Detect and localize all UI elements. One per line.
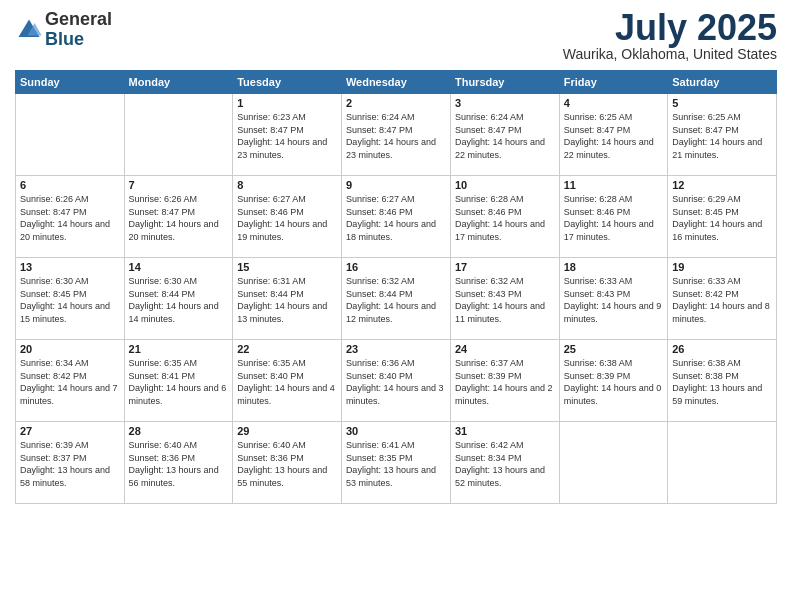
day-info: Sunrise: 6:26 AM Sunset: 8:47 PM Dayligh…: [20, 193, 120, 243]
calendar-cell: 7Sunrise: 6:26 AM Sunset: 8:47 PM Daylig…: [124, 176, 233, 258]
day-number: 23: [346, 343, 446, 355]
calendar-cell: 15Sunrise: 6:31 AM Sunset: 8:44 PM Dayli…: [233, 258, 342, 340]
col-thursday: Thursday: [450, 71, 559, 94]
day-number: 17: [455, 261, 555, 273]
day-info: Sunrise: 6:25 AM Sunset: 8:47 PM Dayligh…: [564, 111, 663, 161]
day-info: Sunrise: 6:27 AM Sunset: 8:46 PM Dayligh…: [346, 193, 446, 243]
col-monday: Monday: [124, 71, 233, 94]
day-number: 22: [237, 343, 337, 355]
day-info: Sunrise: 6:42 AM Sunset: 8:34 PM Dayligh…: [455, 439, 555, 489]
calendar-cell: 4Sunrise: 6:25 AM Sunset: 8:47 PM Daylig…: [559, 94, 667, 176]
calendar-page: General Blue July 2025 Waurika, Oklahoma…: [0, 0, 792, 612]
calendar-cell: [16, 94, 125, 176]
col-sunday: Sunday: [16, 71, 125, 94]
col-friday: Friday: [559, 71, 667, 94]
day-number: 2: [346, 97, 446, 109]
day-number: 29: [237, 425, 337, 437]
day-number: 7: [129, 179, 229, 191]
day-number: 24: [455, 343, 555, 355]
logo-icon: [15, 16, 43, 44]
day-info: Sunrise: 6:34 AM Sunset: 8:42 PM Dayligh…: [20, 357, 120, 407]
calendar-week-4: 20Sunrise: 6:34 AM Sunset: 8:42 PM Dayli…: [16, 340, 777, 422]
calendar-cell: 23Sunrise: 6:36 AM Sunset: 8:40 PM Dayli…: [341, 340, 450, 422]
calendar-cell: 14Sunrise: 6:30 AM Sunset: 8:44 PM Dayli…: [124, 258, 233, 340]
day-number: 25: [564, 343, 663, 355]
calendar-week-1: 1Sunrise: 6:23 AM Sunset: 8:47 PM Daylig…: [16, 94, 777, 176]
location: Waurika, Oklahoma, United States: [563, 46, 777, 62]
day-info: Sunrise: 6:35 AM Sunset: 8:40 PM Dayligh…: [237, 357, 337, 407]
day-number: 16: [346, 261, 446, 273]
calendar-cell: 18Sunrise: 6:33 AM Sunset: 8:43 PM Dayli…: [559, 258, 667, 340]
day-number: 6: [20, 179, 120, 191]
day-number: 19: [672, 261, 772, 273]
day-info: Sunrise: 6:30 AM Sunset: 8:45 PM Dayligh…: [20, 275, 120, 325]
day-number: 10: [455, 179, 555, 191]
calendar-cell: 24Sunrise: 6:37 AM Sunset: 8:39 PM Dayli…: [450, 340, 559, 422]
calendar-cell: 20Sunrise: 6:34 AM Sunset: 8:42 PM Dayli…: [16, 340, 125, 422]
day-number: 15: [237, 261, 337, 273]
day-info: Sunrise: 6:36 AM Sunset: 8:40 PM Dayligh…: [346, 357, 446, 407]
day-info: Sunrise: 6:27 AM Sunset: 8:46 PM Dayligh…: [237, 193, 337, 243]
calendar-cell: 31Sunrise: 6:42 AM Sunset: 8:34 PM Dayli…: [450, 422, 559, 504]
calendar-cell: 25Sunrise: 6:38 AM Sunset: 8:39 PM Dayli…: [559, 340, 667, 422]
day-info: Sunrise: 6:32 AM Sunset: 8:44 PM Dayligh…: [346, 275, 446, 325]
day-number: 26: [672, 343, 772, 355]
calendar-week-5: 27Sunrise: 6:39 AM Sunset: 8:37 PM Dayli…: [16, 422, 777, 504]
day-number: 12: [672, 179, 772, 191]
day-info: Sunrise: 6:40 AM Sunset: 8:36 PM Dayligh…: [129, 439, 229, 489]
day-info: Sunrise: 6:26 AM Sunset: 8:47 PM Dayligh…: [129, 193, 229, 243]
calendar-cell: 17Sunrise: 6:32 AM Sunset: 8:43 PM Dayli…: [450, 258, 559, 340]
day-info: Sunrise: 6:31 AM Sunset: 8:44 PM Dayligh…: [237, 275, 337, 325]
logo-general: General: [45, 10, 112, 30]
calendar-cell: 10Sunrise: 6:28 AM Sunset: 8:46 PM Dayli…: [450, 176, 559, 258]
day-info: Sunrise: 6:33 AM Sunset: 8:42 PM Dayligh…: [672, 275, 772, 325]
header: General Blue July 2025 Waurika, Oklahoma…: [15, 10, 777, 62]
col-wednesday: Wednesday: [341, 71, 450, 94]
day-info: Sunrise: 6:23 AM Sunset: 8:47 PM Dayligh…: [237, 111, 337, 161]
calendar-cell: [124, 94, 233, 176]
day-number: 20: [20, 343, 120, 355]
calendar-cell: 11Sunrise: 6:28 AM Sunset: 8:46 PM Dayli…: [559, 176, 667, 258]
day-number: 28: [129, 425, 229, 437]
month-title: July 2025: [563, 10, 777, 46]
day-number: 31: [455, 425, 555, 437]
calendar-cell: 21Sunrise: 6:35 AM Sunset: 8:41 PM Dayli…: [124, 340, 233, 422]
calendar-week-2: 6Sunrise: 6:26 AM Sunset: 8:47 PM Daylig…: [16, 176, 777, 258]
day-info: Sunrise: 6:35 AM Sunset: 8:41 PM Dayligh…: [129, 357, 229, 407]
day-info: Sunrise: 6:39 AM Sunset: 8:37 PM Dayligh…: [20, 439, 120, 489]
day-number: 5: [672, 97, 772, 109]
calendar-cell: 16Sunrise: 6:32 AM Sunset: 8:44 PM Dayli…: [341, 258, 450, 340]
day-number: 18: [564, 261, 663, 273]
col-tuesday: Tuesday: [233, 71, 342, 94]
logo-text: General Blue: [45, 10, 112, 50]
day-number: 13: [20, 261, 120, 273]
day-info: Sunrise: 6:40 AM Sunset: 8:36 PM Dayligh…: [237, 439, 337, 489]
header-row: Sunday Monday Tuesday Wednesday Thursday…: [16, 71, 777, 94]
calendar-cell: 28Sunrise: 6:40 AM Sunset: 8:36 PM Dayli…: [124, 422, 233, 504]
day-info: Sunrise: 6:41 AM Sunset: 8:35 PM Dayligh…: [346, 439, 446, 489]
calendar-cell: 3Sunrise: 6:24 AM Sunset: 8:47 PM Daylig…: [450, 94, 559, 176]
day-info: Sunrise: 6:37 AM Sunset: 8:39 PM Dayligh…: [455, 357, 555, 407]
calendar-cell: 1Sunrise: 6:23 AM Sunset: 8:47 PM Daylig…: [233, 94, 342, 176]
title-block: July 2025 Waurika, Oklahoma, United Stat…: [563, 10, 777, 62]
day-number: 21: [129, 343, 229, 355]
day-info: Sunrise: 6:38 AM Sunset: 8:38 PM Dayligh…: [672, 357, 772, 407]
calendar-cell: [668, 422, 777, 504]
logo: General Blue: [15, 10, 112, 50]
calendar-cell: 9Sunrise: 6:27 AM Sunset: 8:46 PM Daylig…: [341, 176, 450, 258]
calendar-cell: 5Sunrise: 6:25 AM Sunset: 8:47 PM Daylig…: [668, 94, 777, 176]
calendar-cell: [559, 422, 667, 504]
calendar-cell: 19Sunrise: 6:33 AM Sunset: 8:42 PM Dayli…: [668, 258, 777, 340]
day-info: Sunrise: 6:24 AM Sunset: 8:47 PM Dayligh…: [346, 111, 446, 161]
day-number: 3: [455, 97, 555, 109]
calendar-cell: 2Sunrise: 6:24 AM Sunset: 8:47 PM Daylig…: [341, 94, 450, 176]
day-number: 27: [20, 425, 120, 437]
day-number: 30: [346, 425, 446, 437]
calendar-week-3: 13Sunrise: 6:30 AM Sunset: 8:45 PM Dayli…: [16, 258, 777, 340]
day-number: 4: [564, 97, 663, 109]
calendar-cell: 29Sunrise: 6:40 AM Sunset: 8:36 PM Dayli…: [233, 422, 342, 504]
day-info: Sunrise: 6:33 AM Sunset: 8:43 PM Dayligh…: [564, 275, 663, 325]
calendar-cell: 12Sunrise: 6:29 AM Sunset: 8:45 PM Dayli…: [668, 176, 777, 258]
day-info: Sunrise: 6:25 AM Sunset: 8:47 PM Dayligh…: [672, 111, 772, 161]
calendar-cell: 22Sunrise: 6:35 AM Sunset: 8:40 PM Dayli…: [233, 340, 342, 422]
